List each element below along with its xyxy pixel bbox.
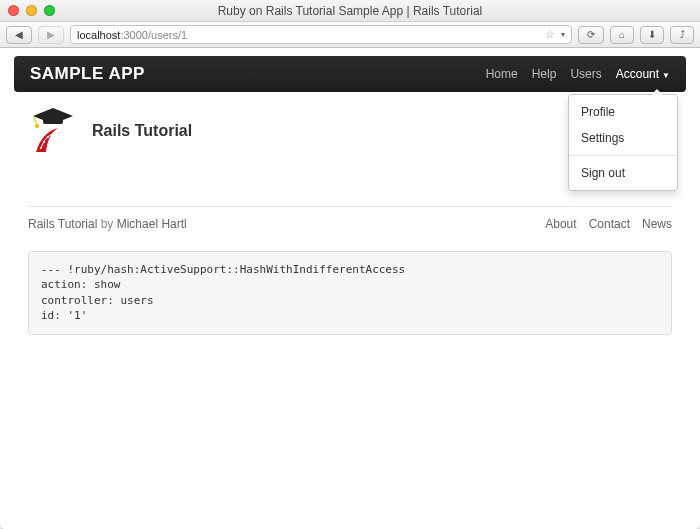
brand-logo[interactable]: SAMPLE APP [30, 64, 145, 84]
dropdown-settings[interactable]: Settings [569, 125, 677, 151]
back-button[interactable]: ◀ [6, 26, 32, 44]
dropdown-divider [569, 155, 677, 156]
close-window-button[interactable] [8, 5, 19, 16]
dropdown-chevron-icon[interactable]: ▾ [561, 30, 565, 39]
window-title: Ruby on Rails Tutorial Sample App | Rail… [0, 4, 700, 18]
svg-line-3 [34, 117, 37, 126]
reload-button[interactable]: ⟳ [578, 26, 604, 44]
forward-button[interactable]: ▶ [38, 26, 64, 44]
app-navbar: SAMPLE APP Home Help Users Account▼ [14, 56, 686, 92]
nav-links: Home Help Users Account▼ [486, 67, 670, 81]
footer-news[interactable]: News [642, 217, 672, 231]
url-host: localhost [77, 29, 120, 41]
footer-about[interactable]: About [545, 217, 576, 231]
minimize-window-button[interactable] [26, 5, 37, 16]
url-text: localhost:3000/users/1 [77, 29, 187, 41]
nav-help[interactable]: Help [532, 67, 557, 81]
urlbar-right: ☆ ▾ [545, 28, 565, 41]
footer: Rails Tutorial by Michael Hartl About Co… [28, 206, 672, 231]
svg-point-6 [47, 136, 49, 138]
nav-account[interactable]: Account▼ [616, 67, 670, 81]
footer-right: About Contact News [545, 217, 672, 231]
dropdown-arrow-icon [651, 89, 663, 95]
share-button[interactable]: ⤴ [670, 26, 694, 44]
titlebar: Ruby on Rails Tutorial Sample App | Rail… [0, 0, 700, 22]
window-controls [0, 5, 55, 16]
browser-window: Ruby on Rails Tutorial Sample App | Rail… [0, 0, 700, 529]
home-toolbar-button[interactable]: ⌂ [610, 26, 634, 44]
url-port: :3000 [120, 29, 148, 41]
rails-tutorial-logo-icon [28, 106, 78, 156]
footer-left: Rails Tutorial by Michael Hartl [28, 217, 187, 231]
page-heading: Rails Tutorial [92, 122, 192, 140]
browser-toolbar: ◀ ▶ localhost:3000/users/1 ☆ ▾ ⟳ ⌂ ⬇ ⤴ [0, 22, 700, 48]
svg-point-5 [43, 141, 45, 143]
address-bar[interactable]: localhost:3000/users/1 ☆ ▾ [70, 25, 572, 44]
caret-down-icon: ▼ [662, 71, 670, 80]
debug-dump: --- !ruby/hash:ActiveSupport::HashWithIn… [28, 251, 672, 335]
account-dropdown: Profile Settings Sign out [568, 94, 678, 191]
footer-contact[interactable]: Contact [589, 217, 630, 231]
nav-users[interactable]: Users [570, 67, 601, 81]
footer-author-link[interactable]: Michael Hartl [117, 217, 187, 231]
footer-by: by [97, 217, 116, 231]
dropdown-profile[interactable]: Profile [569, 99, 677, 125]
nav-account-label: Account [616, 67, 659, 81]
svg-point-4 [40, 147, 42, 149]
toolbar-right: ⌂ ⬇ ⤴ [610, 26, 694, 44]
bookmark-star-icon[interactable]: ☆ [545, 28, 555, 41]
zoom-window-button[interactable] [44, 5, 55, 16]
downloads-button[interactable]: ⬇ [640, 26, 664, 44]
footer-site-link[interactable]: Rails Tutorial [28, 217, 97, 231]
nav-home[interactable]: Home [486, 67, 518, 81]
page-viewport: SAMPLE APP Home Help Users Account▼ Prof… [0, 48, 700, 529]
url-path: /users/1 [148, 29, 187, 41]
svg-rect-1 [43, 119, 63, 124]
dropdown-signout[interactable]: Sign out [569, 160, 677, 186]
